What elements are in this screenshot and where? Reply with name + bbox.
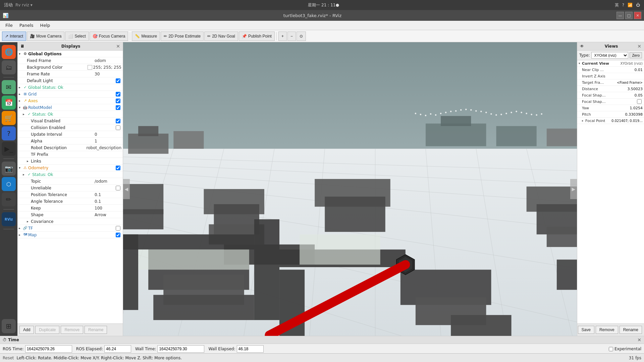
pose-estimate-button[interactable]: ✏ 2D Pose Estimate [161,32,204,41]
zoom-in-button[interactable]: + [278,32,287,41]
grid-row[interactable]: ▸ ⊞ Grid [17,91,123,98]
focus-camera-button[interactable]: 🎯 Focus Camera [90,32,128,41]
background-color-value[interactable]: 255; 255; 255 [93,65,121,70]
tf-prefix-row[interactable]: TF Prefix [17,151,123,158]
visual-enabled-checkbox[interactable] [116,119,120,123]
robot-description-row[interactable]: Robot Description robot_description [17,144,123,151]
target-frame-row[interactable]: Target Fra… <Fixed Frame> [577,79,644,86]
tf-row[interactable]: ▸ 🔗 TF [17,225,123,232]
menu-panels[interactable]: Panels [17,22,36,29]
robotmodel-status-row[interactable]: ▸ ✓ Status: Ok [17,111,123,118]
pos-tol-row[interactable]: Position Tolerance 0.1 [17,191,123,198]
global-status-row[interactable]: ▸ ✓ Global Status: Ok [17,84,123,91]
views-remove-button[interactable]: Remove [596,326,618,334]
menu-help[interactable]: Help [38,22,53,29]
maximize-button[interactable]: □ [625,12,633,19]
near-clip-row[interactable]: Near Clip … 0.01 [577,67,644,73]
reset-button[interactable]: Reset [3,356,14,360]
shape-row[interactable]: Shape Arrow [17,212,123,218]
help-icon[interactable]: ? [622,3,624,7]
background-color-row[interactable]: Background Color 255; 255; 255 [17,64,123,71]
fixed-frame-value[interactable]: odom [95,58,121,63]
background-color-swatch[interactable] [88,65,92,70]
pitch-value[interactable]: 0.330398 [625,112,643,117]
close-button[interactable]: ✕ [634,12,641,19]
axes-checkbox[interactable] [116,99,120,103]
wall-elapsed-input[interactable] [237,345,264,353]
zoom-out-button[interactable]: − [287,32,296,41]
pos-tol-value[interactable]: 0.1 [95,192,121,197]
shape-value[interactable]: Arrow [95,213,121,217]
robotmodel-row[interactable]: ▾ 🤖 RobotModel [17,104,123,111]
sidebar-app-vscode[interactable]: ⬡ [2,177,16,191]
yaw-value[interactable]: 1.0254 [630,106,643,110]
focal-shape2-checkbox[interactable] [637,99,642,104]
minimize-button[interactable]: — [616,12,624,19]
collision-enabled-checkbox[interactable] [116,125,120,130]
displays-panel-close[interactable]: ✕ [116,44,120,49]
focal-point-value[interactable]: 0.021407; 0.019… [611,119,643,123]
global-options-row[interactable]: ▾ ⚙ Global Options [17,51,123,57]
experimental-checkbox[interactable] [609,347,613,351]
sidebar-app-help[interactable]: ? [2,126,16,140]
nav-goal-button[interactable]: ✏ 2D Nav Goal [204,32,238,41]
axes-row[interactable]: ▸ ↗ Axes [17,98,123,104]
ros-time-input[interactable] [25,345,72,353]
focal-shape1-value[interactable]: 0.05 [635,93,643,98]
default-light-row[interactable]: Default Light [17,77,123,84]
rename-button[interactable]: Rename [85,326,107,334]
topic-row[interactable]: Topic /odom [17,178,123,185]
publish-point-button[interactable]: 📌 Publish Point [239,32,275,41]
frame-rate-value[interactable]: 30 [95,72,121,76]
alpha-value[interactable]: 1 [95,139,121,143]
sidebar-app-rviz[interactable]: RViz [2,212,16,226]
views-rename-button[interactable]: Rename [620,326,642,334]
target-frame-value[interactable]: <Fixed Frame> [617,81,643,84]
select-button[interactable]: ⬜ Select [65,32,89,41]
sidebar-app-software[interactable]: 🛒 [2,111,16,125]
distance-row[interactable]: Distance 3.50023 [577,86,644,92]
view-options-button[interactable]: ⊙ [297,32,306,41]
views-tree[interactable]: ▾ Current View XYOrbit (rviz) Near Clip … [577,60,644,323]
viewport-nav-left[interactable]: ◀ [123,179,130,199]
add-button[interactable]: Add [19,326,34,334]
default-light-checkbox[interactable] [116,78,120,83]
unreliable-checkbox[interactable] [116,186,120,190]
measure-button[interactable]: 📏 Measure [132,32,160,41]
lang-indicator[interactable]: 英 [615,2,619,8]
robotmodel-checkbox[interactable] [116,105,120,110]
ros-elapsed-input[interactable] [104,345,131,353]
odometry-row[interactable]: ▾ ⚠ Odometry [17,165,123,171]
covariance-row[interactable]: ▸ Covariance [17,218,123,225]
interact-button[interactable]: ↗ Interact [2,32,26,41]
map-checkbox[interactable] [116,233,120,237]
viewport-nav-right[interactable]: ▶ [570,179,577,199]
focal-shape2-row[interactable]: Focal Shap… [577,99,644,105]
activity-label[interactable]: 活动 [4,2,13,8]
odometry-checkbox[interactable] [116,166,120,170]
robot-description-value[interactable]: robot_description [87,145,121,150]
displays-tree[interactable]: ▾ ⚙ Global Options Fixed Frame odom Back… [17,51,123,323]
near-clip-value[interactable]: 0.01 [635,68,643,72]
duplicate-button[interactable]: Duplicate [35,326,59,334]
focal-shape1-row[interactable]: Focal Shap… 0.05 [577,92,644,99]
update-interval-value[interactable]: 0 [95,132,121,137]
tf-checkbox[interactable] [116,226,120,231]
visual-enabled-row[interactable]: Visual Enabled [17,118,123,124]
sidebar-app-apps[interactable]: ⊞ [2,319,16,333]
odo-status-row[interactable]: ▸ ✓ Status: Ok [17,171,123,178]
sidebar-app-camera[interactable]: 📷 [2,162,16,176]
update-interval-row[interactable]: Update Interval 0 [17,131,123,138]
time-header-close[interactable]: ✕ [637,337,641,343]
menu-file[interactable]: File [3,22,15,29]
remove-button[interactable]: Remove [61,326,83,334]
views-panel-close[interactable]: ✕ [637,44,641,49]
views-save-button[interactable]: Save [578,326,594,334]
type-select[interactable]: XYOrbit (rviz) Orbit (rviz) FPS (rviz) [591,52,629,59]
power-icon[interactable]: ⏻ [636,3,640,7]
current-view-row[interactable]: ▾ Current View XYOrbit (rviz) [577,60,644,67]
ang-tol-value[interactable]: 0.1 [95,199,121,204]
wall-time-input[interactable] [157,345,204,353]
sidebar-app-mail[interactable]: ✉ [2,80,16,94]
frame-rate-row[interactable]: Frame Rate 30 [17,71,123,77]
